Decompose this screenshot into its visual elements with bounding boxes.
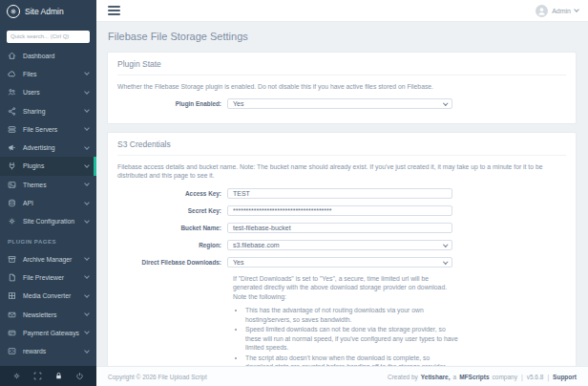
- power-icon[interactable]: [75, 372, 84, 380]
- chevron-down-icon: [574, 7, 579, 12]
- access-key-label: Access Key:: [117, 190, 227, 197]
- sidebar-nav: Dashboard Files Users Sharing File Serve…: [0, 45, 96, 367]
- chevron-down-icon: [84, 348, 90, 354]
- fullscreen-icon[interactable]: [33, 372, 42, 380]
- help-bullet: The script also doesn't know when the do…: [245, 354, 458, 366]
- sidebar-item-file-servers[interactable]: File Servers: [0, 120, 96, 139]
- sidebar-item-plugins[interactable]: Plugins: [0, 157, 96, 175]
- s3-credentials-card: S3 Credentials Filebase access details a…: [107, 132, 577, 366]
- sidebar-item-api[interactable]: API: [0, 194, 96, 212]
- plug-icon: [8, 161, 17, 171]
- gear-icon[interactable]: [12, 372, 21, 380]
- sidebar-item-dashboard[interactable]: Dashboard: [0, 47, 96, 65]
- credit-card-icon: [8, 328, 17, 337]
- access-key-input[interactable]: [227, 188, 452, 199]
- sidebar-item-sharing[interactable]: Sharing: [0, 101, 96, 119]
- hamburger-menu-icon[interactable]: [106, 4, 122, 17]
- chevron-down-icon: [84, 107, 90, 113]
- chevron-down-icon: [84, 329, 90, 334]
- s3-credentials-description: Filebase access details and bucket name.…: [117, 162, 566, 180]
- bucket-name-input[interactable]: [227, 223, 452, 233]
- region-label: Region:: [117, 242, 227, 248]
- site-admin-logo-icon: [7, 5, 20, 18]
- help-bullet: Speed limited downloads can not be done …: [245, 325, 458, 353]
- sidebar-item-file-previewer[interactable]: File Previewer: [0, 268, 96, 287]
- support-link[interactable]: Support: [553, 374, 577, 380]
- direct-downloads-help-intro: If "Direct Downloads" is set to "Yes", a…: [233, 274, 458, 302]
- sidebar-item-users[interactable]: Users: [0, 83, 96, 101]
- topbar: Admin: [96, 0, 588, 22]
- chevron-down-icon: [84, 181, 90, 186]
- lock-icon[interactable]: [54, 372, 63, 380]
- home-icon: [8, 51, 17, 60]
- sidebar-item-newsletters[interactable]: Newsletters: [0, 305, 96, 323]
- cloud-icon: [8, 69, 17, 78]
- image-icon: [8, 180, 17, 189]
- brand-name: Site Admin: [25, 7, 64, 16]
- database-icon: [8, 199, 17, 208]
- mfscripts-link[interactable]: MFScripts: [459, 374, 489, 380]
- page-content: Filebase File Storage Settings Plugin St…: [96, 22, 588, 366]
- sidebar-item-themes[interactable]: Themes: [0, 176, 96, 194]
- gear-icon: [8, 217, 17, 226]
- users-icon: [8, 88, 17, 97]
- plugin-enabled-select[interactable]: Yes: [227, 98, 452, 109]
- megaphone-icon: [8, 143, 17, 153]
- search-input[interactable]: [7, 31, 90, 43]
- direct-filebase-downloads-label: Direct Filebase Downloads:: [117, 259, 227, 266]
- file-icon: [8, 272, 17, 282]
- avatar: [536, 5, 548, 17]
- secret-key-label: Secret Key:: [117, 207, 227, 214]
- chevron-down-icon: [84, 89, 90, 95]
- plugin-state-card: Plugin State Whether the Filebase Storag…: [107, 52, 577, 124]
- sidebar-item-files[interactable]: Files: [0, 65, 96, 83]
- footer-credits: Created by Yetishare, a MFScripts compan…: [388, 374, 577, 380]
- direct-downloads-help-list: This has the advantage of not routing do…: [233, 306, 458, 366]
- main-area: Admin Filebase File Storage Settings Plu…: [96, 0, 588, 386]
- user-menu[interactable]: Admin: [536, 5, 578, 17]
- version-label: v5.6.8: [527, 374, 544, 380]
- chevron-down-icon: [84, 255, 90, 261]
- brand[interactable]: Site Admin: [0, 0, 96, 21]
- plugin-pages-header: PLUGIN PAGES: [0, 230, 96, 249]
- app-window: Site Admin Dashboard Files Users Shar: [0, 0, 588, 386]
- chevron-down-icon: [84, 71, 90, 76]
- sidebar-item-archive-manager[interactable]: Archive Manager: [0, 249, 96, 268]
- sidebar-item-rewards[interactable]: rewards: [0, 342, 96, 360]
- server-icon: [8, 124, 17, 134]
- chevron-down-icon: [84, 274, 90, 280]
- yetishare-link[interactable]: Yetishare,: [421, 374, 451, 380]
- copyright-text: Copyright © 2026 File Upload Script: [108, 374, 207, 380]
- sidebar-item-site-configuration[interactable]: Site Configuration: [0, 212, 96, 230]
- chevron-down-icon: [84, 218, 90, 224]
- grid-icon: [8, 291, 17, 301]
- sidebar-item-advertising[interactable]: Advertising: [0, 139, 96, 157]
- page-footer: Copyright © 2026 File Upload Script Crea…: [96, 366, 588, 386]
- sidebar-item-payment-gateways[interactable]: Payment Gateways: [0, 324, 96, 342]
- chevron-down-icon: [84, 125, 90, 131]
- help-bullet: This has the advantage of not routing do…: [245, 306, 458, 324]
- secret-key-input[interactable]: [227, 205, 452, 216]
- plugin-enabled-label: Plugin Enabled:: [117, 100, 227, 107]
- code-icon: [8, 347, 17, 356]
- sidebar: Site Admin Dashboard Files Users Shar: [0, 0, 96, 386]
- region-select[interactable]: s3.filebase.com: [227, 240, 452, 250]
- chevron-down-icon: [84, 162, 90, 168]
- chevron-down-icon: [84, 144, 90, 150]
- s3-credentials-title: S3 Credentials: [117, 139, 566, 156]
- archive-icon: [8, 254, 17, 264]
- user-name: Admin: [552, 8, 571, 14]
- chevron-down-icon: [84, 200, 90, 205]
- page-title: Filebase File Storage Settings: [108, 31, 577, 42]
- envelope-icon: [8, 310, 17, 319]
- share-icon: [8, 106, 17, 116]
- bucket-name-label: Bucket Name:: [117, 225, 227, 231]
- sidebar-footer: [0, 366, 96, 386]
- plugin-state-description: Whether the Filebase Storage plugin is e…: [117, 82, 566, 91]
- plugin-state-title: Plugin State: [117, 59, 566, 75]
- chevron-down-icon: [84, 292, 90, 298]
- chevron-down-icon: [84, 311, 90, 316]
- direct-filebase-downloads-select[interactable]: Yes: [227, 257, 452, 268]
- sidebar-item-media-converter[interactable]: Media Converter: [0, 287, 96, 305]
- direct-downloads-help: If "Direct Downloads" is set to "Yes", a…: [233, 274, 458, 366]
